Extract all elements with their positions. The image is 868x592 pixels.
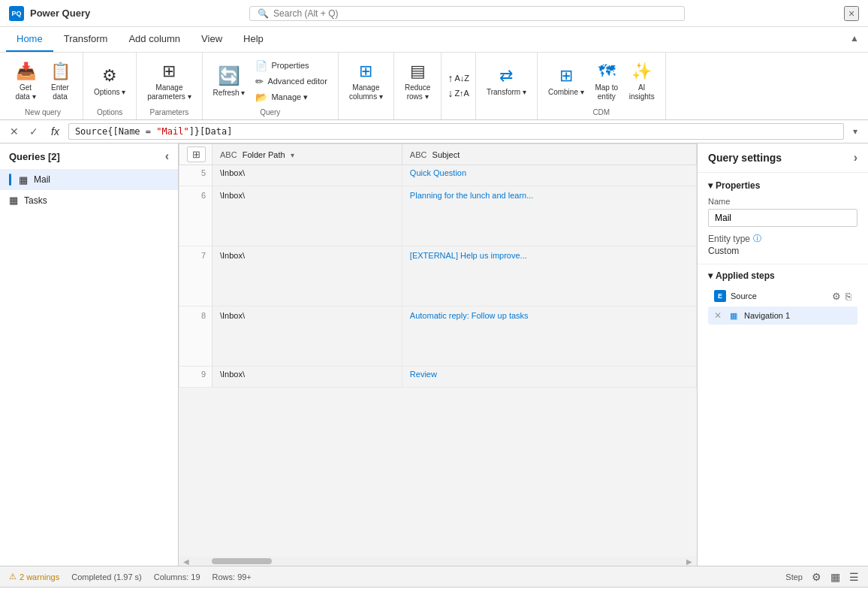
sidebar-collapse-button[interactable]: ‹ [165,150,169,163]
ai-insights-button[interactable]: ✨ AIinsights [625,56,659,107]
step-navigation[interactable]: ✕ ▦ Navigation 1 [708,307,857,325]
sort-za-button[interactable]: ↓Z↑A [448,87,469,99]
subject-type-icon: ABC [410,150,427,159]
row-subject-7: [EXTERNAL] Help us improve... [402,246,696,307]
reduce-rows-button[interactable]: ▤ Reducerows ▾ [400,56,435,107]
sidebar-item-tasks[interactable]: ▦ Tasks [0,190,178,210]
footer: Cancel Save & close [0,587,868,592]
app-logo: PQ [9,6,24,21]
subject-link-9[interactable]: Review [410,370,437,379]
app-title: Power Query [30,8,90,19]
view-list-icon[interactable]: ☰ [849,571,859,583]
source-step-settings-icon[interactable]: ⚙ [832,291,841,302]
navigation-step-delete-button[interactable]: ✕ [714,310,722,321]
ribbon-group-rows: ▤ Reducerows ▾ [394,53,442,119]
manage-columns-button[interactable]: ⊞ Managecolumns ▾ [345,56,387,107]
name-input[interactable] [708,209,857,227]
manage-columns-icon: ⊞ [359,62,372,81]
manage-parameters-button[interactable]: ⊞ Manageparameters ▾ [143,56,195,107]
main-area: Queries [2] ‹ ▦ Mail ▦ Tasks ⊞ [0,143,868,566]
row-subject-5: Quick Question [402,165,696,186]
columns-count: Columns: 19 [154,572,200,581]
get-data-button[interactable]: 📥 Getdata ▾ [9,56,42,107]
view-table-icon[interactable]: ▦ [830,571,840,583]
properties-section: ▾ Properties Name Entity type ⓘ Custom [698,173,868,264]
properties-section-toggle[interactable]: ▾ Properties [708,180,857,191]
row-num-7: 7 [179,246,212,307]
close-button[interactable]: × [844,6,859,21]
enter-data-button[interactable]: 📋 Enterdata [44,56,77,107]
grid-table-wrap[interactable]: ⊞ ABC Folder Path ▾ ABC Subject [179,143,697,557]
tab-view[interactable]: View [191,27,233,52]
new-query-group-label: New query [25,108,61,116]
folder-path-filter-icon[interactable]: ▾ [291,151,294,159]
entity-type-info-icon: ⓘ [753,233,761,244]
applied-steps-toggle[interactable]: ▾ Applied steps [708,270,857,281]
column-selector-button[interactable]: ⊞ [187,146,206,162]
ribbon-tabs: Home Transform Add column View Help ▲ [0,27,868,53]
tab-home[interactable]: Home [6,27,53,52]
applied-steps-chevron-icon: ▾ [708,270,713,281]
completed-status: Completed (1.97 s) [71,572,142,581]
cdm-group-label: CDM [592,108,610,116]
navigation-step-icon: ▦ [728,310,740,322]
refresh-button[interactable]: 🔄 Refresh ▾ [209,56,250,107]
source-step-copy-icon[interactable]: ⎘ [845,291,851,302]
sidebar-title: Queries [2] [9,151,60,162]
tab-transform[interactable]: Transform [53,27,119,52]
ribbon-group-transform: ⇄ Transform ▾ [476,53,538,119]
formula-fx-label: fx [47,125,64,137]
refresh-icon: 🔄 [218,65,240,86]
row-folder-7: \Inbox\ [212,246,402,307]
advanced-editor-button[interactable]: ✏ Advanced editor [251,74,332,89]
col-header-folder-path[interactable]: ABC Folder Path ▾ [212,144,402,165]
horizontal-scrollbar[interactable]: ◀ ▶ [179,557,697,566]
properties-button[interactable]: 📄 Properties [251,59,332,73]
view-step-icon[interactable]: ⚙ [812,571,821,583]
data-grid: ⊞ ABC Folder Path ▾ ABC Subject [179,143,697,388]
tab-help[interactable]: Help [233,27,274,52]
warning-icon: ⚠ [9,572,17,581]
row-subject-6: Planning for the lunch and learn... [402,186,696,246]
sidebar-item-mail[interactable]: ▦ Mail [0,169,178,190]
col-header-subject[interactable]: ABC Subject [402,144,696,165]
sort-az-button[interactable]: ↑A↓Z [448,72,469,84]
query-settings-panel: Query settings › ▾ Properties Name Entit… [697,143,868,566]
subject-link-7[interactable]: [EXTERNAL] Help us improve... [410,251,527,260]
search-input[interactable] [273,8,677,19]
ribbon-collapse-button[interactable]: ▲ [847,30,862,47]
table-row: 9 \Inbox\ Review [179,367,697,388]
applied-steps-label: Applied steps [716,270,775,281]
enter-data-icon: 📋 [50,62,71,81]
combine-button[interactable]: ⊞ Combine ▾ [544,56,589,107]
options-button[interactable]: ⚙ Options ▾ [89,56,130,107]
advanced-editor-icon: ✏ [255,76,264,87]
map-to-entity-button[interactable]: 🗺 Map toentity [590,56,623,107]
h-scroll-thumb[interactable] [212,558,272,564]
formula-dropdown-button[interactable]: ▾ [848,125,862,138]
folder-path-col-label: Folder Path [243,150,285,159]
status-bar: ⚠ 2 warnings Completed (1.97 s) Columns:… [0,566,868,587]
row-num-8: 8 [179,307,212,367]
subject-link-5[interactable]: Quick Question [410,168,466,177]
transform-button[interactable]: ⇄ Transform ▾ [482,56,531,107]
query-settings-expand-button[interactable]: › [854,151,857,165]
formula-text-plain1: Source{[Name = [75,126,156,137]
search-bar[interactable]: 🔍 [249,6,685,21]
step-source[interactable]: E Source ⚙ ⎘ [708,287,857,305]
formula-cancel-button[interactable]: ✕ [6,123,23,140]
tab-add-column[interactable]: Add column [118,27,191,52]
table-row: 7 \Inbox\ [EXTERNAL] Help us improve... [179,246,697,307]
row-folder-5: \Inbox\ [212,165,402,186]
subject-link-6[interactable]: Planning for the lunch and learn... [410,191,534,200]
subject-link-8[interactable]: Automatic reply: Follow up tasks [410,311,529,320]
mail-item-icon: ▦ [19,174,28,186]
active-indicator [9,174,11,186]
formula-input[interactable]: Source{[Name = "Mail"]}[Data] [68,123,844,140]
ribbon-group-sort: ↑A↓Z ↓Z↑A [442,53,476,119]
formula-confirm-button[interactable]: ✓ [26,123,42,140]
ribbon-group-new-query: 📥 Getdata ▾ 📋 Enterdata New query [3,53,83,119]
manage-button[interactable]: 📂 Manage ▾ [251,90,332,104]
properties-icon: 📄 [255,60,267,71]
reduce-rows-label: Reducerows ▾ [405,83,430,101]
